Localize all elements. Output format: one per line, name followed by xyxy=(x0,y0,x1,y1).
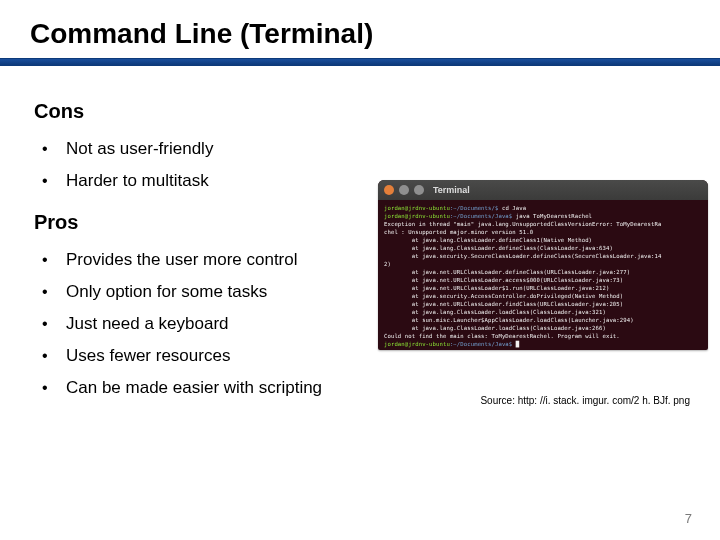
pros-item-text: Uses fewer resources xyxy=(66,346,230,366)
cons-item-text: Not as user-friendly xyxy=(66,139,213,159)
close-icon xyxy=(384,185,394,195)
terminal-title-bar: Terminal xyxy=(378,180,708,200)
bullet-icon: • xyxy=(38,346,66,366)
image-caption: Source: http: //i. stack. imgur. com/2 h… xyxy=(480,395,690,406)
title-area: Command Line (Terminal) xyxy=(0,0,720,50)
page-title: Command Line (Terminal) xyxy=(30,18,720,50)
bullet-icon: • xyxy=(38,139,66,159)
page-number: 7 xyxy=(685,511,692,526)
terminal-window-title: Terminal xyxy=(433,185,470,195)
bullet-icon: • xyxy=(38,282,66,302)
cons-item: •Not as user-friendly xyxy=(38,133,700,165)
bullet-icon: • xyxy=(38,171,66,191)
minimize-icon xyxy=(399,185,409,195)
slide: Command Line (Terminal) Cons •Not as use… xyxy=(0,0,720,540)
title-rule xyxy=(0,58,720,66)
maximize-icon xyxy=(414,185,424,195)
bullet-icon: • xyxy=(38,314,66,334)
cons-heading: Cons xyxy=(34,100,700,123)
pros-item-text: Only option for some tasks xyxy=(66,282,267,302)
cons-item-text: Harder to multitask xyxy=(66,171,209,191)
pros-item-text: Just need a keyboard xyxy=(66,314,229,334)
terminal-screenshot: Terminal jordan@jrdnv-ubuntu:~/Documents… xyxy=(378,180,708,350)
bullet-icon: • xyxy=(38,250,66,270)
terminal-output: jordan@jrdnv-ubuntu:~/Documents/$ cd Jav… xyxy=(378,200,708,350)
bullet-icon: • xyxy=(38,378,66,398)
pros-item-text: Provides the user more control xyxy=(66,250,298,270)
pros-item-text: Can be made easier with scripting xyxy=(66,378,322,398)
